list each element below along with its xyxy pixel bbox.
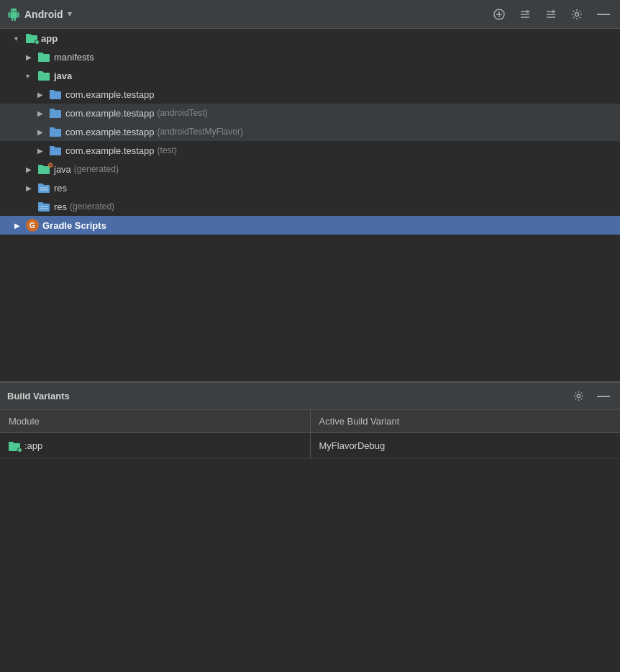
bv-minus-icon: — [597, 389, 610, 404]
manifests-label: manifests [54, 52, 94, 63]
pkg1-folder-icon [49, 88, 62, 100]
toolbar-android-label: Android [24, 9, 63, 20]
pkg3-label: com.example.testapp [65, 127, 155, 137]
java-label: java [54, 71, 72, 81]
res-folder-icon [37, 182, 50, 194]
tree-item-pkg2[interactable]: ▶ com.example.testapp (androidTest) [0, 104, 620, 122]
res-gen-folder-icon [37, 201, 50, 212]
gradle-scripts-label: Gradle Scripts [42, 220, 106, 231]
expand-all-icon [545, 9, 557, 20]
svg-rect-10 [40, 187, 48, 189]
pkg2-label: com.example.testapp [65, 108, 155, 119]
pkg1-arrow-icon: ▶ [37, 91, 47, 99]
gen-overlay-icon: ⚙ [47, 162, 53, 169]
bv-settings-icon [573, 391, 584, 401]
pkg3-suffix: (androidTestMyFlavor) [158, 127, 243, 137]
col-variant-header: Active Build Variant [310, 410, 620, 433]
arrow-collapsed-icon: ▶ [26, 53, 36, 61]
col-module-header: Module [0, 410, 310, 433]
java-gen-suffix: (generated) [74, 164, 119, 174]
collapse-all-button[interactable] [516, 7, 534, 22]
tree-item-app[interactable]: ▾ app [0, 29, 620, 47]
tree-item-java-gen[interactable]: ▶ ⚙ java (generated) [0, 160, 620, 178]
toolbar-title: Android ▾ [7, 8, 491, 21]
tree-item-java[interactable]: ▾ java [0, 66, 620, 85]
settings-icon [571, 9, 583, 20]
tree-item-pkg3[interactable]: ▶ com.example.testapp (androidTestMyFlav… [0, 122, 620, 141]
manifests-folder-icon [37, 51, 50, 63]
toolbar: Android ▾ [0, 0, 620, 29]
bv-close-button[interactable]: — [594, 387, 613, 405]
table-row: :app MyFlavorDebug [0, 433, 620, 459]
pkg4-arrow-icon: ▶ [37, 147, 47, 155]
gradle-arrow-icon: ▶ [14, 222, 24, 230]
table-header-row: Module Active Build Variant [0, 410, 620, 433]
build-variants-panel: Build Variants — Module Active Build Var… [0, 381, 620, 459]
file-tree: ▾ app ▶ manifests ▾ java ▶ com.example.t… [0, 29, 620, 381]
add-icon [493, 9, 505, 20]
module-cell: :app [0, 433, 310, 459]
module-name: :app [24, 440, 42, 451]
pkg3-folder-icon [49, 126, 62, 137]
res-gen-label: res [54, 201, 67, 212]
app-label: app [41, 33, 58, 44]
variant-cell[interactable]: MyFlavorDebug [310, 433, 620, 459]
res-arrow-icon: ▶ [26, 184, 36, 192]
tree-item-res-gen[interactable]: ▶ res (generated) [0, 197, 620, 216]
java-folder-icon [37, 70, 50, 81]
res-gen-suffix: (generated) [70, 201, 114, 212]
app-folder-icon [26, 33, 37, 43]
pkg4-suffix: (test) [158, 145, 177, 155]
android-icon [7, 8, 20, 21]
svg-point-14 [577, 394, 580, 398]
pkg1-label: com.example.testapp [65, 89, 155, 100]
bv-settings-button[interactable] [570, 389, 587, 403]
svg-rect-12 [40, 206, 48, 207]
res-label: res [54, 183, 67, 194]
toolbar-actions: — [491, 5, 613, 23]
module-dot [17, 448, 22, 453]
variant-value: MyFlavorDebug [319, 440, 386, 451]
expand-all-button[interactable] [542, 7, 560, 22]
pkg4-folder-icon [49, 145, 62, 156]
arrow-expanded-icon: ▾ [14, 35, 24, 42]
module-cell-content: :app [9, 440, 301, 451]
gradle-icon: G [26, 219, 39, 232]
build-variants-title: Build Variants [7, 391, 570, 401]
add-button[interactable] [491, 7, 508, 22]
module-folder-icon [9, 441, 20, 451]
tree-item-gradle-scripts[interactable]: ▶ G Gradle Scripts [0, 216, 620, 235]
tree-item-pkg1[interactable]: ▶ com.example.testapp [0, 85, 620, 104]
java-gen-label: java [54, 164, 71, 175]
settings-button[interactable] [568, 7, 585, 22]
svg-point-9 [575, 12, 579, 16]
svg-rect-13 [40, 208, 48, 209]
build-variants-table: Module Active Build Variant :app MyFlavo… [0, 410, 620, 459]
java-gen-folder-icon: ⚙ [37, 163, 50, 175]
collapse-all-icon [519, 9, 531, 20]
pkg2-suffix: (androidTest) [158, 108, 208, 118]
tree-item-pkg4[interactable]: ▶ com.example.testapp (test) [0, 141, 620, 160]
build-variants-header: Build Variants — [0, 383, 620, 410]
svg-rect-11 [40, 189, 48, 191]
pkg3-arrow-icon: ▶ [37, 128, 47, 136]
pkg2-folder-icon [49, 107, 62, 119]
tree-item-res[interactable]: ▶ res [0, 178, 620, 197]
app-dot [35, 40, 40, 45]
close-panel-button[interactable]: — [594, 5, 613, 23]
pkg4-label: com.example.testapp [65, 145, 155, 156]
java-arrow-icon: ▾ [26, 72, 36, 80]
minus-icon: — [597, 6, 610, 22]
pkg2-arrow-icon: ▶ [37, 109, 47, 117]
chevron-down-icon[interactable]: ▾ [68, 9, 72, 19]
java-gen-arrow-icon: ▶ [26, 165, 36, 173]
build-variants-actions: — [570, 387, 613, 405]
tree-item-manifests[interactable]: ▶ manifests [0, 47, 620, 66]
